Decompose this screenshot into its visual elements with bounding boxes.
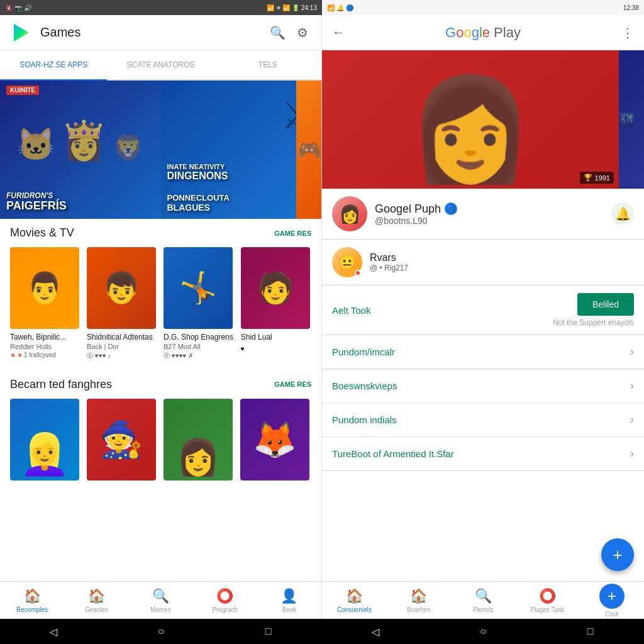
second-user-handle: @ • Rig217 bbox=[370, 264, 634, 272]
profile-avatar: 👩 bbox=[332, 196, 367, 231]
tab-soar[interactable]: SOAR-Hz.SE APPS bbox=[0, 50, 107, 79]
right-nav-boarhes[interactable]: 🏠 Boarhes bbox=[386, 582, 450, 619]
fanghres-card-3[interactable]: 👩 bbox=[164, 399, 233, 480]
profile-name-row: Googel Puph 🔵 bbox=[375, 203, 604, 216]
fanghres-thumb-1: 👱‍♀️ bbox=[10, 399, 79, 480]
fanghres-card-1[interactable]: 👱‍♀️ bbox=[10, 399, 79, 480]
menu-item-4[interactable]: TureBoot of Armentied It.Sfar › bbox=[322, 437, 644, 471]
right-nav-plenols-icon: 🔍 bbox=[475, 588, 492, 604]
fanghres-section: Becarn ted fanghres GAME RES 👱‍♀️ 🧙 bbox=[0, 370, 321, 491]
follow-button[interactable]: Beliled bbox=[577, 293, 634, 316]
fanghres-title: Becarn ted fanghres bbox=[10, 378, 112, 391]
fanghres-card-4[interactable]: 🦊 bbox=[240, 399, 309, 480]
nav-prograch-icon: ⭕ bbox=[216, 588, 233, 604]
right-nav-plages-task[interactable]: ⭕ Plages Task bbox=[515, 582, 579, 619]
left-header: Games 🔍 ⚙ bbox=[0, 15, 321, 50]
movie-card-2[interactable]: 👦 Shidnitical Adtentas Back | Dor ⓪ ♥♥♥ … bbox=[87, 247, 156, 360]
movie-card-1[interactable]: 👨 Taweh, Bipnilic... Reddier Holls ★★ 1 … bbox=[10, 247, 79, 360]
right-nav-plenols[interactable]: 🔍 Plenols bbox=[451, 582, 515, 619]
movie-title-3: D.G, Shop Enagrens bbox=[164, 333, 233, 343]
chevron-icon-2: › bbox=[630, 379, 634, 392]
movies-section-header: Movies & TV GAME RES bbox=[10, 226, 311, 240]
movie-card-4[interactable]: 🧑 Shid Lual ♥ bbox=[241, 247, 310, 360]
menu-item-2[interactable]: Boeswnskvieps › bbox=[322, 369, 644, 403]
left-sys-nav: ◁ ○ □ bbox=[0, 619, 322, 644]
fab-button[interactable]: + bbox=[601, 538, 634, 571]
movies-section: Movies & TV GAME RES 👨 Taweh, Bipnilic..… bbox=[0, 219, 321, 370]
back-sys-button[interactable]: ◁ bbox=[45, 623, 62, 640]
right-nav-boarhes-icon: 🏠 bbox=[410, 588, 427, 604]
right-nav-plages-icon: ⭕ bbox=[539, 588, 556, 604]
home-sys-button[interactable]: ○ bbox=[152, 623, 170, 640]
chevron-icon-3: › bbox=[630, 413, 634, 426]
movie-card-3[interactable]: 🤸 D.G, Shop Enagrens B27 Mod All ⓪ ♥♥♥♥ … bbox=[164, 247, 233, 360]
profile-handle: @bootns.L90 bbox=[375, 216, 604, 226]
profile-verified-badge: 🔵 bbox=[445, 203, 457, 215]
profile-name-text: Googel Puph bbox=[375, 203, 441, 216]
nav-prograch[interactable]: ⭕ Prograch bbox=[193, 582, 257, 619]
right-status-time: 12:38 bbox=[623, 4, 639, 11]
movie-rating-3: ⓪ ♥♥♥♥ ✗ bbox=[164, 352, 233, 360]
more-icon[interactable]: ⚙ bbox=[294, 24, 311, 42]
nav-book[interactable]: 👤 Book bbox=[257, 582, 321, 619]
search-icon[interactable]: 🔍 bbox=[269, 24, 286, 42]
movie-title-2: Shidnitical Adtentas bbox=[87, 333, 156, 343]
movie-sub-3: B27 Mod All bbox=[164, 343, 233, 350]
left-bottom-nav: 🏠 Recomples 🏠 Geacles 🔍 Mames ⭕ Prograch… bbox=[0, 581, 321, 619]
nav-recomples[interactable]: 🏠 Recomples bbox=[0, 582, 64, 619]
nav-mames[interactable]: 🔍 Mames bbox=[128, 582, 192, 619]
follow-label: Aelt Took bbox=[332, 305, 370, 316]
right-nav-cout[interactable]: + Cout bbox=[580, 582, 644, 619]
right-back-sys-button[interactable]: ◁ bbox=[367, 623, 384, 640]
nav-book-icon: 👤 bbox=[280, 588, 297, 604]
right-home-sys-button[interactable]: ○ bbox=[474, 623, 492, 640]
right-nav-cout-icon: + bbox=[599, 584, 625, 609]
brand-e: e bbox=[482, 25, 490, 41]
status-bar-row: 🔇 📷 🔊 📶 ✈ 📶 🔋 24:13 📶 🔔 🔵 12:38 bbox=[0, 0, 644, 15]
profile-info: 👩 Googel Puph 🔵 @bootns.L90 🔔 bbox=[322, 189, 644, 240]
more-options-button[interactable]: ⋮ bbox=[616, 21, 639, 44]
movie-sub-1: Reddier Holls bbox=[10, 343, 79, 350]
nav-geacles[interactable]: 🏠 Geacles bbox=[64, 582, 128, 619]
profile-details: Googel Puph 🔵 @bootns.L90 bbox=[375, 203, 604, 226]
recent-sys-button[interactable]: □ bbox=[260, 623, 277, 640]
follow-right: Beliled Not the Suppert enayols bbox=[553, 293, 634, 327]
brand-g2: g bbox=[472, 25, 479, 41]
fanghres-thumb-3: 👩 bbox=[164, 399, 233, 480]
system-nav-bar: ◁ ○ □ ◁ ○ □ bbox=[0, 619, 644, 644]
left-scroll-content[interactable]: KUINITE FURIDRON'S PAIGEFRÍS 🐱 👸 🦁 bbox=[0, 80, 321, 581]
brand-o1: o bbox=[456, 25, 464, 41]
fanghres-thumb-4: 🦊 bbox=[240, 399, 309, 480]
fanghres-header: Becarn ted fanghres GAME RES bbox=[10, 378, 311, 391]
menu-label-4: TureBoot of Armentied It.Sfar bbox=[332, 448, 454, 459]
banner-counter: 🏆 1991 bbox=[580, 172, 614, 184]
profile-banner-main: 👩 🏆 1991 bbox=[322, 50, 619, 189]
tab-tels[interactable]: TELS bbox=[214, 50, 321, 79]
fanghres-card-2[interactable]: 🧙 bbox=[87, 399, 156, 480]
fanghres-more-btn[interactable]: GAME RES bbox=[274, 380, 311, 388]
right-inner: 👩 🏆 1991 🌃 👩 bbox=[322, 50, 644, 619]
back-button[interactable]: ← bbox=[327, 21, 350, 44]
fanghres-scroll[interactable]: 👱‍♀️ 🧙 👩 bbox=[10, 399, 311, 486]
menu-item-1[interactable]: Pundom/imcalr › bbox=[322, 335, 644, 369]
hero-banner[interactable]: KUINITE FURIDRON'S PAIGEFRÍS 🐱 👸 🦁 bbox=[0, 80, 321, 219]
left-panel: Games 🔍 ⚙ SOAR-Hz.SE APPS SCATE ANATOROS… bbox=[0, 15, 322, 619]
movies-more-btn[interactable]: GAME RES bbox=[274, 230, 311, 237]
right-nav-consuoniels[interactable]: 🏠 Consuoniels bbox=[322, 582, 386, 619]
profile-banner: 👩 🏆 1991 🌃 bbox=[322, 50, 644, 189]
right-recent-sys-button[interactable]: □ bbox=[582, 623, 599, 640]
notification-bell-icon[interactable]: 🔔 bbox=[611, 203, 634, 225]
movies-scroll[interactable]: 👨 Taweh, Bipnilic... Reddier Holls ★★ 1 … bbox=[10, 247, 311, 365]
follow-section: Aelt Took Beliled Not the Suppert enayol… bbox=[322, 286, 644, 335]
tabs-bar: SOAR-Hz.SE APPS SCATE ANATOROS TELS bbox=[0, 50, 321, 80]
tab-scate[interactable]: SCATE ANATOROS bbox=[107, 50, 214, 79]
left-status-time: 📶 ✈ 📶 🔋 24:13 bbox=[267, 4, 317, 11]
right-scroll-content[interactable]: 👩 🏆 1991 🌃 👩 bbox=[322, 50, 644, 581]
not-support-text: Not the Suppert enayols bbox=[553, 318, 634, 327]
right-bottom-nav: 🏠 Consuoniels 🏠 Boarhes 🔍 Plenols ⭕ Plag… bbox=[322, 581, 644, 619]
menu-item-3[interactable]: Pundom indials › bbox=[322, 403, 644, 437]
page-title: Games bbox=[40, 25, 261, 40]
left-status-bar: 🔇 📷 🔊 📶 ✈ 📶 🔋 24:13 bbox=[0, 0, 322, 15]
menu-label-2: Boeswnskvieps bbox=[332, 380, 397, 391]
play-logo-icon bbox=[10, 21, 33, 44]
